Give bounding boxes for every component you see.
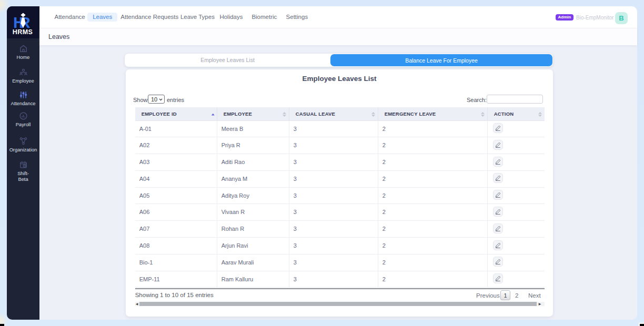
svg-text:HRMS: HRMS: [13, 28, 33, 36]
